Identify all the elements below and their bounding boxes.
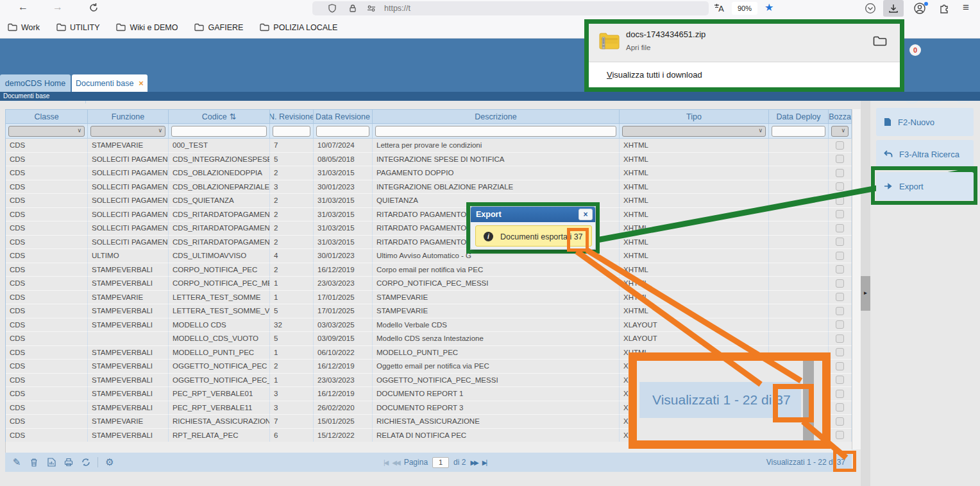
download-item[interactable]: docs-1743434651.zip Apri file xyxy=(589,24,900,62)
bozza-checkbox[interactable] xyxy=(836,265,844,273)
url-bar[interactable]: https://t xyxy=(312,1,709,15)
table-row[interactable]: CDSSTAMPEVARIE000_TEST710/07/2024Lettera… xyxy=(6,139,852,153)
vertical-scrollbar[interactable] xyxy=(852,109,861,449)
tab-democds-home[interactable]: demoCDS Home xyxy=(0,74,71,92)
table-row[interactable]: CDSSOLLECITI PAGAMENTOCDS_RITARDATOPAGAM… xyxy=(6,236,852,250)
bozza-checkbox[interactable] xyxy=(836,390,844,398)
bozza-checkbox[interactable] xyxy=(836,224,844,232)
table-row[interactable]: CDSSTAMPEVERBALILETTERA_TEST_SOMME_VERB5… xyxy=(6,304,852,318)
delete-icon[interactable] xyxy=(28,456,40,468)
filter-select[interactable]: ∨ xyxy=(831,126,849,137)
bookmark-folder[interactable]: GAFIERE xyxy=(194,23,243,32)
menu-icon[interactable]: ≡ xyxy=(963,1,969,14)
page-prev-icon[interactable]: ◀◀ xyxy=(392,459,399,466)
bozza-checkbox[interactable] xyxy=(836,320,844,329)
column-header[interactable]: Codice⇅ xyxy=(169,110,270,124)
filter-input[interactable] xyxy=(375,126,616,137)
table-row[interactable]: CDSSOLLECITI PAGAMENTOCDS_RITARDATOPAGAM… xyxy=(6,221,852,236)
sort-icon[interactable]: ⇅ xyxy=(230,112,236,121)
bozza-checkbox[interactable] xyxy=(836,279,844,288)
column-header[interactable]: Descrizione xyxy=(373,110,620,124)
bozza-checkbox[interactable] xyxy=(836,252,844,260)
table-cell: SOLLECITI PAGAMENTO xyxy=(88,236,169,250)
translate-icon[interactable]: A xyxy=(713,2,726,15)
bozza-checkbox[interactable] xyxy=(836,334,844,343)
table-row[interactable]: CDSSOLLECITI PAGAMENTOCDS_OBLAZIONEPARZI… xyxy=(6,180,852,195)
permissions-icon[interactable] xyxy=(366,4,376,13)
table-row[interactable]: CDSSTAMPEVERBALICORPO_NOTIFICA_PEC_MESSI… xyxy=(6,277,852,291)
edit-icon[interactable]: ✎ xyxy=(11,456,22,468)
back-icon[interactable]: ← xyxy=(18,1,28,13)
filter-input[interactable] xyxy=(772,126,825,137)
filter-select[interactable]: ∨ xyxy=(8,126,85,137)
tab-close-icon[interactable]: × xyxy=(139,78,144,88)
bookmark-folder[interactable]: Wiki e DEMO xyxy=(116,23,178,32)
filter-input[interactable] xyxy=(171,126,267,137)
table-row[interactable]: CDSSOLLECITI PAGAMENTOCDS_OBLAZIONEDOPPI… xyxy=(6,166,852,180)
column-header[interactable]: N. Revisione xyxy=(270,110,314,124)
bozza-checkbox[interactable] xyxy=(836,141,844,150)
table-row[interactable]: CDSSOLLECITI PAGAMENTOCDS_QUIETANZA231/0… xyxy=(6,194,852,208)
lock-icon[interactable] xyxy=(348,4,357,13)
filter-input[interactable] xyxy=(316,126,369,137)
export-file-icon[interactable] xyxy=(46,456,57,468)
splitter-handle[interactable]: ► xyxy=(861,276,870,311)
bozza-checkbox[interactable] xyxy=(836,362,844,370)
table-cell: CDS xyxy=(6,360,88,374)
table-row[interactable]: CDSULTIMOCDS_ULTIMOAVVISO430/01/2023Ulti… xyxy=(6,249,852,263)
view-all-downloads-link[interactable]: Visualizza tutti i download xyxy=(607,70,702,80)
filter-select[interactable]: ∨ xyxy=(622,126,766,137)
table-row[interactable]: CDSSTAMPEVERBALIMODELLO CDS3203/03/2025M… xyxy=(6,318,852,333)
filter-input[interactable] xyxy=(273,126,310,137)
bozza-checkbox[interactable] xyxy=(836,293,844,301)
column-header[interactable]: Classe xyxy=(6,110,88,124)
bozza-checkbox[interactable] xyxy=(836,182,844,191)
zoom-level[interactable]: 90% xyxy=(732,2,757,15)
bozza-checkbox[interactable] xyxy=(836,155,844,163)
table-row[interactable]: CDSSTAMPEVERBALICORPO_NOTIFICA_PEC216/12… xyxy=(6,263,852,277)
table-cell: 000_TEST xyxy=(169,139,270,153)
bozza-checkbox[interactable] xyxy=(836,431,844,439)
tab-documenti-base[interactable]: Documenti base × xyxy=(72,74,148,92)
column-header[interactable]: Data Revisione xyxy=(314,110,373,124)
panel-splitter[interactable]: ► xyxy=(861,101,870,486)
filter-select[interactable]: ∨ xyxy=(90,126,165,137)
table-row[interactable]: CDSSOLLECITI PAGAMENTOCDS_INTEGRAZIONESP… xyxy=(6,153,852,167)
bozza-checkbox[interactable] xyxy=(836,417,844,426)
bozza-checkbox[interactable] xyxy=(836,169,844,177)
forward-icon[interactable]: → xyxy=(53,1,63,13)
bookmark-folder[interactable]: UTILITY xyxy=(56,23,100,32)
url-text[interactable]: https://t xyxy=(384,4,410,13)
extensions-icon[interactable] xyxy=(938,2,950,14)
refresh-icon[interactable] xyxy=(80,456,92,468)
open-folder-icon[interactable] xyxy=(873,35,887,47)
bozza-checkbox[interactable] xyxy=(836,403,844,412)
dialog-close-button[interactable]: × xyxy=(579,209,593,220)
reload-icon[interactable] xyxy=(89,3,99,13)
bozza-checkbox[interactable] xyxy=(836,238,844,246)
print-icon[interactable] xyxy=(63,456,74,468)
f3-altra-ricerca-button[interactable]: F3-Altra Ricerca xyxy=(876,140,974,168)
page-first-icon[interactable]: |◀ xyxy=(384,459,387,466)
bozza-checkbox[interactable] xyxy=(836,210,844,218)
table-row[interactable]: CDSSTAMPEVARIELETTERA_TEST_SOMME117/01/2… xyxy=(6,291,852,305)
shield-icon[interactable] xyxy=(328,4,337,13)
bookmark-star-icon[interactable]: ★ xyxy=(765,1,773,13)
bookmark-folder[interactable]: POLIZIA LOCALE xyxy=(260,23,337,32)
settings-gear-icon[interactable]: ⚙ xyxy=(104,456,115,468)
page-number-input[interactable] xyxy=(432,457,449,468)
bozza-checkbox[interactable] xyxy=(836,307,844,315)
bozza-checkbox[interactable] xyxy=(836,376,844,384)
page-next-icon[interactable]: ▶▶ xyxy=(470,459,477,466)
page-last-icon[interactable]: ▶| xyxy=(482,459,486,466)
column-header[interactable]: Tipo xyxy=(620,110,769,124)
downloads-button[interactable] xyxy=(883,0,904,17)
table-cell xyxy=(769,139,829,153)
pocket-icon[interactable] xyxy=(865,3,876,14)
bozza-checkbox[interactable] xyxy=(836,348,844,356)
bookmark-folder[interactable]: Work xyxy=(8,23,40,32)
f2-nuovo-button[interactable]: F2-Nuovo xyxy=(876,108,974,136)
column-header[interactable]: Data Deploy xyxy=(769,110,829,124)
column-header[interactable]: Bozza xyxy=(829,110,852,124)
column-header[interactable]: Funzione xyxy=(88,110,169,124)
